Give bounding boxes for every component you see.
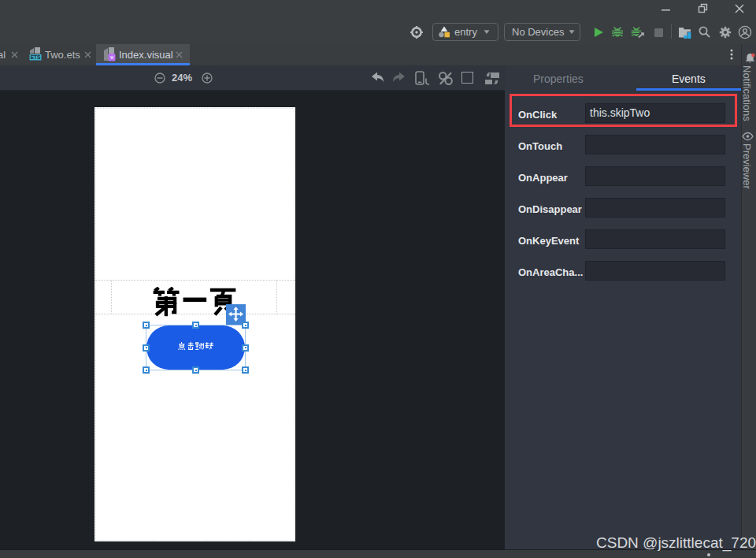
svg-text:ETS: ETS bbox=[31, 54, 41, 60]
